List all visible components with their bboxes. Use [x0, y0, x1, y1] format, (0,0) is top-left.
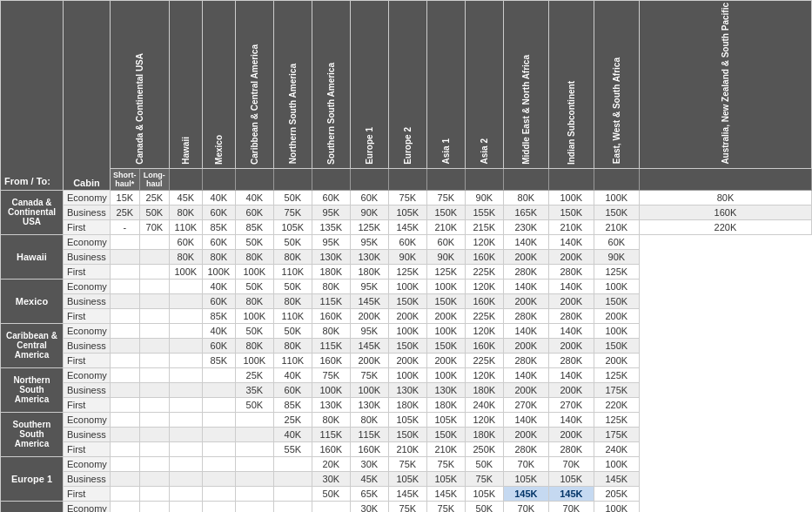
canada-business-mexico: 60K: [202, 205, 235, 219]
carib-b-4: 60K: [202, 338, 235, 353]
carib-first-cabin: First: [64, 353, 111, 367]
nsa-f-10: 180K: [426, 397, 465, 412]
europe1-header: Europe 1: [350, 1, 388, 169]
carib-region: Caribbean &Central America: [1, 323, 64, 367]
hawaii-header: Hawaii: [169, 1, 202, 169]
award-chart-table: From / To: Cabin Canada & Continental US…: [0, 0, 812, 512]
ssa-f-11: 250K: [465, 441, 503, 456]
carib-economy-cabin: Economy: [64, 323, 111, 338]
hawaii-economy-mexico: 60K: [202, 234, 235, 249]
mexico-f-2: [139, 308, 169, 323]
mexico-label: Mexico: [214, 135, 224, 165]
eu1-f-11: 105K: [465, 486, 503, 501]
asia2-filler: [465, 168, 503, 190]
hawaii-economy-me: 140K: [503, 234, 548, 249]
header-row-2: Short-haul* Long-haul: [1, 168, 812, 190]
mexico-first-row: First 85K 100K 110K 160K 200K 200K 200K …: [1, 308, 812, 323]
eu1-e-4: [202, 456, 235, 471]
canada-economy-mexico: 40K: [202, 190, 235, 205]
canada-economy-long: 25K: [139, 190, 169, 205]
eu2-economy-cabin: Economy: [64, 501, 111, 512]
eu1-e-6: [273, 456, 312, 471]
eu1-f-10: 145K: [426, 486, 465, 501]
ssa-b-12: 200K: [503, 427, 548, 441]
nsa-business-row: Business 35K 60K 100K 100K 130K 130K 180…: [1, 382, 812, 397]
ssa-b-13: 200K: [548, 427, 594, 441]
eu2-e-10: 75K: [426, 501, 465, 512]
europe2-filler: [388, 168, 426, 190]
eu1-first-cabin: First: [64, 486, 111, 501]
nsa-f-3: [169, 397, 202, 412]
canada-economy-cabin: Economy: [64, 190, 111, 205]
ssa-f-9: 210K: [388, 441, 426, 456]
mexico-b-3: [169, 293, 202, 308]
nsa-e-5: 25K: [235, 367, 273, 382]
carib-f-4: 85K: [202, 353, 235, 367]
europe2-header: Europe 2: [388, 1, 426, 169]
ssa-f-7: 160K: [312, 441, 350, 456]
canada-label: Canada & Continental USA: [135, 53, 144, 165]
hawaii-business-asia1: 90K: [426, 249, 465, 264]
nsa-first-row: First 50K 85K 130K 130K 180K 180K 240K 2…: [1, 397, 812, 412]
canada-first-india: 210K: [548, 219, 594, 234]
eu2-region: Europe 2: [1, 501, 64, 512]
hawaii-business-eu2: 90K: [388, 249, 426, 264]
eu1-b-3: [169, 471, 202, 486]
nsa-b-8: 100K: [350, 382, 388, 397]
carib-e-8: 95K: [350, 323, 388, 338]
ssa-e-5: [235, 412, 273, 427]
eu2-e-5: [235, 501, 273, 512]
ssa-e-8: 80K: [350, 412, 388, 427]
hawaii-first-ssa: 180K: [312, 264, 350, 279]
eu1-region: Europe 1: [1, 456, 64, 501]
eu1-f-9: 145K: [388, 486, 426, 501]
carib-e-13: 140K: [548, 323, 594, 338]
nsa-e-10: 100K: [426, 367, 465, 382]
mexico-b-6: 80K: [273, 293, 312, 308]
carib-e-11: 120K: [465, 323, 503, 338]
nsa-b-7: 100K: [312, 382, 350, 397]
hawaii-region: Hawaii: [1, 234, 64, 279]
canada-economy-india: 100K: [548, 190, 594, 205]
eu2-economy-row: Europe 2 Economy 30K 75K 75K 50K 70K 70K…: [1, 501, 812, 512]
nsa-b-2: [139, 382, 169, 397]
ssa-e-9: 105K: [388, 412, 426, 427]
eu1-f-8: 65K: [350, 486, 388, 501]
mexico-f-8: 200K: [350, 308, 388, 323]
hawaii-economy-nsa: 50K: [273, 234, 312, 249]
eu2-e-4: [202, 501, 235, 512]
nsa-e-2: [139, 367, 169, 382]
east-west-africa-header: East, West & South Africa: [594, 1, 639, 169]
mexico-e-10: 100K: [426, 279, 465, 293]
carib-b-7: 115K: [312, 338, 350, 353]
nsa-b-10: 130K: [426, 382, 465, 397]
ssa-b-6: 40K: [273, 427, 312, 441]
ssa-e-3: [169, 412, 202, 427]
canada-header: Canada & Continental USA: [110, 1, 169, 169]
mexico-first-cabin: First: [64, 308, 111, 323]
mexico-f-11: 225K: [465, 308, 503, 323]
nsa-b-5: 35K: [235, 382, 273, 397]
asia2-header: Asia 2: [465, 1, 503, 169]
hawaii-first-india: 280K: [548, 264, 594, 279]
eu1-e-2: [139, 456, 169, 471]
carib-e-14: 100K: [594, 323, 639, 338]
nsa-business-cabin: Business: [64, 382, 111, 397]
ssa-b-5: [235, 427, 273, 441]
hawaii-first-mexico: 100K: [202, 264, 235, 279]
nsa-f-14: 220K: [594, 397, 639, 412]
canada-business-aus: 160K: [639, 205, 811, 219]
carib-f-10: 200K: [426, 353, 465, 367]
eu1-e-13: 70K: [548, 456, 594, 471]
ssa-b-8: 115K: [350, 427, 388, 441]
mexico-e-3: [169, 279, 202, 293]
canada-economy-eu1: 60K: [350, 190, 388, 205]
ssa-first-row: First 55K 160K 160K 210K 210K 250K 280K …: [1, 441, 812, 456]
ssa-e-7: 80K: [312, 412, 350, 427]
ssa-f-3: [169, 441, 202, 456]
hawaii-first-long: [139, 264, 169, 279]
ssa-b-9: 150K: [388, 427, 426, 441]
canada-first-me: 230K: [503, 219, 548, 234]
carib-business-cabin: Business: [64, 338, 111, 353]
hawaii-economy-india: 140K: [548, 234, 594, 249]
